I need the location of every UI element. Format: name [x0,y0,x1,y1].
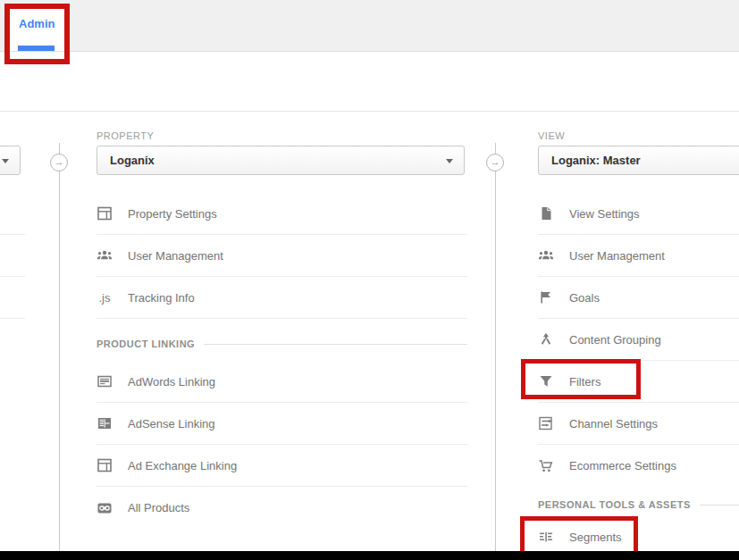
highlight-box-filters [521,359,641,399]
cart-icon [538,458,554,474]
menu-item-adwords-linking[interactable]: AdWords Linking [97,361,467,403]
section-personal-tools: PERSONAL TOOLS & ASSETS [538,491,739,518]
view-column-header: VIEW [538,130,565,141]
account-row-divider [0,276,25,277]
account-row-divider [0,318,25,319]
section-label: PRODUCT LINKING [97,339,195,349]
section-rule [700,505,739,506]
chevron-down-icon [446,159,453,163]
view-selector-value: Loganix: Master [551,154,641,167]
chevron-down-icon [2,159,9,163]
menu-item-ad-exchange-linking[interactable]: Ad Exchange Linking [97,445,467,487]
menu-item-channel-settings[interactable]: Channel Settings [538,403,739,445]
menu-item-label: Ad Exchange Linking [128,459,237,472]
collapse-column-button[interactable]: → [50,154,68,171]
highlight-box-admin [4,4,70,64]
menu-item-label: Channel Settings [569,417,658,430]
account-row-divider [0,234,25,235]
menu-item-label: Content Grouping [569,333,661,347]
menu-item-property-settings[interactable]: Property Settings [97,193,467,235]
arrow-right-icon: → [491,156,500,167]
menu-item-content-grouping[interactable]: Content Grouping [538,319,739,361]
window-layout-icon [97,205,113,221]
view-selector[interactable]: Loganix: Master [538,146,739,175]
flag-icon [538,289,554,305]
newspaper-icon [97,415,113,431]
section-label: PERSONAL TOOLS & ASSETS [538,499,691,510]
arrows-box-icon [538,415,554,431]
menu-item-all-products[interactable]: All Products [97,487,467,529]
list-lines-icon [97,373,113,389]
menu-item-label: AdWords Linking [128,375,215,389]
menu-item-label: View Settings [569,207,640,221]
menu-item-goals[interactable]: Goals [538,277,739,319]
menu-item-user-management-property[interactable]: User Management [97,235,467,277]
people-icon [97,247,113,263]
people-icon [538,247,554,263]
menu-item-adsense-linking[interactable]: AdSense Linking [97,403,467,445]
section-rule [204,344,467,345]
window-layout-icon [97,457,113,473]
merge-arrows-icon [538,331,554,347]
menu-item-view-settings[interactable]: View Settings [538,193,739,235]
menu-item-label: All Products [128,501,189,514]
account-selector[interactable] [0,146,21,175]
top-tab-bar: Admin [0,0,739,52]
js-icon: .js [97,291,113,305]
content-top-divider [0,111,739,112]
menu-item-label: User Management [569,249,665,263]
menu-item-user-management-view[interactable]: User Management [538,235,739,277]
menu-item-tracking-info[interactable]: .js Tracking Info [97,277,467,319]
menu-item-label: Property Settings [128,207,217,221]
menu-item-label: Goals [569,291,600,305]
arrow-right-icon: → [55,156,64,167]
column-divider [59,143,60,551]
collapse-column-button[interactable]: → [486,154,504,171]
section-product-linking: PRODUCT LINKING [97,330,467,357]
link-icon [97,500,113,516]
menu-item-label: User Management [128,249,223,263]
property-selector[interactable]: Loganix [97,146,465,175]
menu-item-label: AdSense Linking [128,417,215,430]
menu-item-label: Ecommerce Settings [569,459,676,472]
page-icon [538,205,554,221]
property-selector-value: Loganix [110,154,155,167]
admin-page: Admin → → PROPERTY Loganix Property Sett… [0,0,739,560]
bottom-black-bar [0,551,739,560]
column-divider [495,143,496,551]
menu-item-label: Tracking Info [128,291,195,305]
menu-item-ecommerce-settings[interactable]: Ecommerce Settings [538,445,739,487]
property-column-header: PROPERTY [97,130,154,141]
